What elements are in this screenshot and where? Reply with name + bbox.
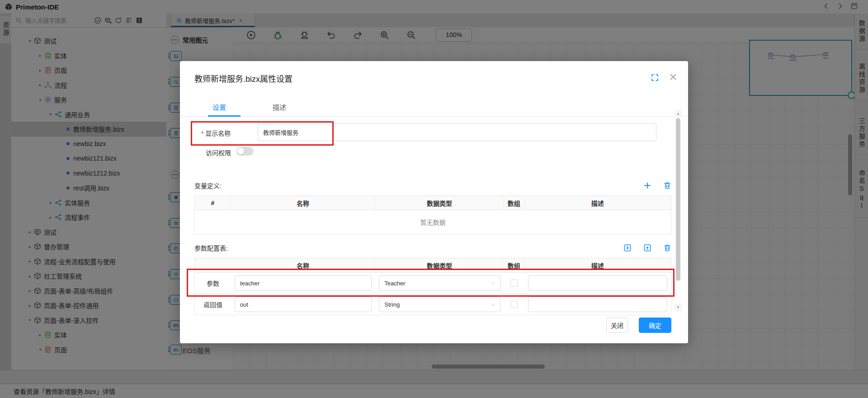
param-desc-input[interactable] [528,297,667,312]
export-icon[interactable] [643,244,651,252]
column-header: 描述 [524,196,671,210]
column-header: 名称 [231,196,375,210]
datatype-select[interactable]: String [379,297,500,312]
param-table: 名称数据类型数组描述 参数Teacher返回值String [194,258,671,315]
tab-indicator [208,115,241,117]
access-toggle[interactable] [236,147,254,156]
param-section-label: 参数配置表: [194,243,612,252]
chevron-down-icon [491,302,496,307]
display-name-label: 显示名称 [201,128,231,137]
param-type-label: 返回值 [203,300,222,309]
import-icon[interactable] [623,244,632,252]
column-header: 描述 [524,258,671,272]
add-variable-icon[interactable] [643,181,651,190]
variable-section-label: 变量定义: [194,181,632,190]
array-checkbox[interactable] [510,301,518,308]
scroll-up-icon[interactable]: ▲ [675,110,682,117]
app-root: Primeton-IDE 资源 AI 文 ▾测试▸实体▸页面▸流程▾服务▾通用业… [0,0,868,398]
properties-dialog: 教师新增服务.bizx属性设置 设置 描述 显示名称 访问权限 变量定义: #名… [180,61,688,343]
param-row: 返回值String [195,294,671,315]
column-header: 数组 [504,258,524,272]
param-row: 参数Teacher [195,273,671,294]
display-name-input[interactable] [258,123,656,141]
column-header: 数组 [504,196,524,210]
dialog-tabs: 设置 描述 [180,100,688,117]
column-header: # [195,196,231,210]
fullscreen-icon[interactable] [651,74,659,81]
ok-button[interactable]: 确定 [639,317,671,333]
param-type-label: 参数 [207,279,219,288]
variable-section-header: 变量定义: [194,179,671,192]
dialog-title: 教师新增服务.bizx属性设置 [194,72,292,84]
array-checkbox[interactable] [510,280,518,287]
column-header: 数据类型 [375,258,504,272]
delete-param-icon[interactable] [663,244,671,252]
dialog-scrollbar[interactable] [676,118,680,281]
column-header: 数据类型 [375,196,504,210]
delete-variable-icon[interactable] [663,181,671,190]
column-header [195,258,231,272]
variable-table: #名称数据类型数组描述 暂无数据 [194,195,671,234]
param-name-input[interactable] [235,297,372,312]
scroll-down-icon[interactable]: ▼ [675,303,682,311]
access-label: 访问权限 [206,148,231,157]
tab-description[interactable]: 描述 [273,102,286,112]
column-header: 名称 [231,258,375,272]
empty-data-text: 暂无数据 [195,210,671,234]
param-section-header: 参数配置表: [194,241,671,255]
dialog-footer: 关闭 确定 [180,317,671,333]
param-name-input[interactable] [235,275,372,291]
param-desc-input[interactable] [528,275,667,291]
close-icon[interactable] [669,73,677,81]
chevron-down-icon [491,281,496,286]
datatype-select[interactable]: Teacher [379,275,500,291]
tab-settings[interactable]: 设置 [212,102,226,112]
close-button[interactable]: 关闭 [606,317,628,333]
